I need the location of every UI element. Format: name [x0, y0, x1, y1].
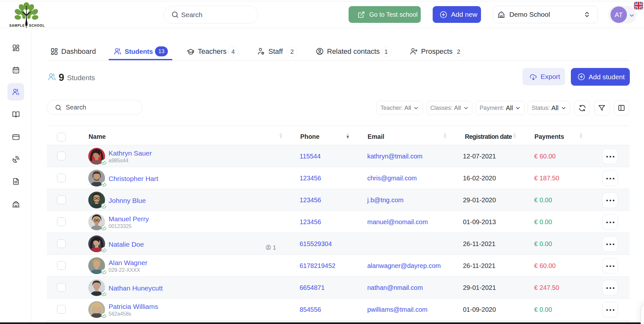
svg-text:SCHOOL: SCHOOL	[29, 24, 45, 27]
svg-text:SAMPLE: SAMPLE	[9, 24, 25, 27]
